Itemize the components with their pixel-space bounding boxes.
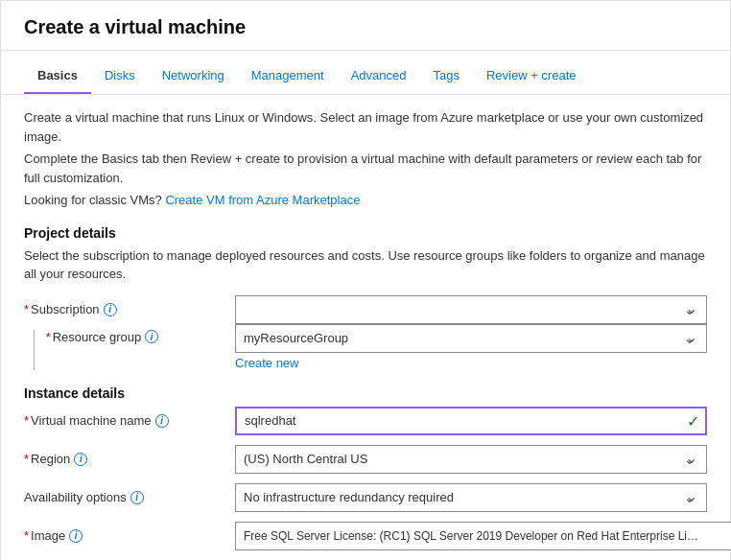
content-area: Create a virtual machine that runs Linux…	[1, 95, 730, 560]
resource-group-row: * Resource group i myResourceGroup ⌄ Cre…	[24, 324, 707, 370]
resource-group-info-icon[interactable]: i	[145, 330, 158, 343]
availability-dropdown-wrapper: No infrastructure redundancy required ⌄	[235, 483, 707, 512]
image-info-icon[interactable]: i	[69, 529, 83, 543]
availability-control: No infrastructure redundancy required ⌄	[235, 483, 707, 512]
region-required: *	[24, 452, 29, 466]
image-control: Free SQL Server License: (RC1) SQL Serve…	[235, 522, 731, 550]
subscription-control: ⌄	[235, 295, 707, 324]
subscription-label-col: * Subscription i	[24, 302, 235, 316]
vm-name-info-icon[interactable]: i	[155, 414, 169, 428]
instance-details-title: Instance details	[24, 385, 707, 401]
image-label-col: * Image i	[24, 528, 235, 543]
subscription-required: *	[24, 302, 29, 316]
vm-name-group: * Virtual machine name i ✓	[24, 407, 707, 435]
project-details-desc: Select the subscription to manage deploy…	[24, 246, 707, 284]
subscription-label: Subscription	[31, 302, 100, 316]
region-label: Region	[31, 452, 70, 466]
page-header: Create a virtual machine	[1, 1, 730, 51]
subscription-dropdown[interactable]: ⌄	[235, 295, 707, 324]
region-control: (US) North Central US ⌄	[235, 445, 707, 474]
image-label: Image	[31, 528, 65, 543]
resource-group-chevron-icon: ⌄	[681, 330, 698, 347]
tab-advanced[interactable]: Advanced	[338, 58, 420, 94]
image-dropdown[interactable]: Free SQL Server License: (RC1) SQL Serve…	[235, 522, 731, 550]
availability-group: Availability options i No infrastructure…	[24, 483, 707, 512]
vm-name-label: Virtual machine name	[31, 413, 152, 428]
create-new-link[interactable]: Create new	[235, 356, 707, 370]
availability-dropdown[interactable]: No infrastructure redundancy required ⌄	[235, 483, 707, 512]
tab-disks[interactable]: Disks	[91, 58, 149, 94]
create-vm-page: Create a virtual machine Basics Disks Ne…	[0, 0, 731, 560]
vm-name-required: *	[24, 413, 29, 428]
region-group: * Region i (US) North Central US ⌄	[24, 445, 707, 474]
resource-group-required: *	[46, 330, 51, 344]
page-title: Create a virtual machine	[24, 16, 707, 38]
intro-line3: Looking for classic VMs? Create VM from …	[24, 191, 707, 210]
region-dropdown[interactable]: (US) North Central US ⌄	[235, 445, 707, 474]
subscription-group: * Subscription i ⌄	[24, 295, 707, 324]
availability-label: Availability options	[24, 490, 127, 504]
subscription-dropdown-wrapper: ⌄	[235, 295, 707, 324]
availability-label-col: Availability options i	[24, 490, 235, 504]
image-required: *	[24, 528, 29, 543]
tab-tags[interactable]: Tags	[419, 58, 472, 94]
resource-group-control: myResourceGroup ⌄ Create new	[235, 324, 707, 370]
region-chevron-icon: ⌄	[681, 451, 698, 468]
vm-name-label-col: * Virtual machine name i	[24, 413, 235, 428]
resource-group-dropdown-wrapper: myResourceGroup ⌄	[235, 324, 707, 353]
intro-section: Create a virtual machine that runs Linux…	[24, 108, 707, 210]
availability-chevron-icon: ⌄	[681, 489, 698, 506]
create-vm-link[interactable]: Create VM from Azure Marketplace	[165, 193, 360, 207]
vm-name-input[interactable]	[235, 407, 707, 435]
availability-info-icon[interactable]: i	[130, 491, 144, 504]
resource-group-dropdown[interactable]: myResourceGroup ⌄	[235, 324, 707, 353]
tab-review-create[interactable]: Review + create	[473, 58, 590, 94]
image-group: * Image i Free SQL Server License: (RC1)…	[24, 522, 707, 550]
tabs-bar: Basics Disks Networking Management Advan…	[1, 58, 730, 95]
region-label-col: * Region i	[24, 452, 235, 466]
subscription-chevron-icon: ⌄	[681, 301, 698, 318]
resource-group-label-col: * Resource group i	[24, 324, 235, 370]
region-dropdown-wrapper: (US) North Central US ⌄	[235, 445, 707, 474]
vm-name-check-icon: ✓	[687, 411, 699, 430]
vm-name-input-wrapper: ✓	[235, 407, 707, 435]
project-details-title: Project details	[24, 225, 707, 241]
intro-line1: Create a virtual machine that runs Linux…	[24, 108, 707, 146]
vm-name-control: ✓	[235, 407, 707, 435]
image-dropdown-wrapper: Free SQL Server License: (RC1) SQL Serve…	[235, 522, 731, 550]
region-info-icon[interactable]: i	[74, 453, 87, 466]
resource-group-label: Resource group	[53, 330, 142, 344]
tab-management[interactable]: Management	[238, 58, 338, 94]
tab-networking[interactable]: Networking	[149, 58, 238, 94]
tab-basics[interactable]: Basics	[24, 58, 91, 94]
subscription-info-icon[interactable]: i	[104, 303, 117, 316]
intro-line2: Complete the Basics tab then Review + cr…	[24, 150, 707, 187]
